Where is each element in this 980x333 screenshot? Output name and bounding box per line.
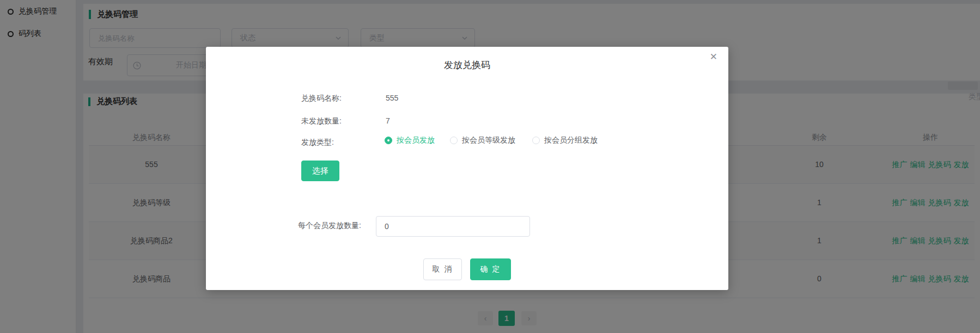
radio-by-member[interactable]: 按会员发放: [385, 135, 435, 145]
code-name-value: 555: [386, 94, 398, 102]
unissued-qty-label: 未发放数量:: [301, 116, 342, 126]
radio-selected-icon: [385, 137, 392, 144]
cancel-button[interactable]: 取 消: [423, 258, 462, 280]
code-name-label: 兑换码名称:: [301, 94, 342, 103]
confirm-button[interactable]: 确 定: [470, 258, 511, 280]
unissued-qty-value: 7: [386, 116, 390, 125]
per-member-qty-input[interactable]: [376, 216, 530, 237]
radio-by-member-level[interactable]: 按会员等级发放: [450, 135, 515, 145]
per-member-qty-label: 每个会员发放数量:: [298, 221, 361, 231]
radio-unselected-icon: [450, 137, 458, 144]
modal-title: 发放兑换码: [206, 59, 728, 71]
radio-by-member-group[interactable]: 按会员分组发放: [532, 135, 598, 145]
issue-type-radio-group: 按会员发放 按会员等级发放 按会员分组发放: [385, 135, 598, 145]
radio-label: 按会员分组发放: [544, 135, 598, 145]
radio-label: 按会员等级发放: [462, 135, 515, 145]
issue-type-label: 发放类型:: [301, 138, 334, 147]
radio-label: 按会员发放: [397, 135, 435, 145]
radio-unselected-icon: [532, 137, 540, 144]
issue-code-modal: 发放兑换码 ✕ 兑换码名称: 555 未发放数量: 7 发放类型: 按会员发放 …: [206, 47, 728, 290]
close-icon[interactable]: ✕: [710, 52, 717, 61]
select-members-button[interactable]: 选择: [301, 161, 339, 181]
